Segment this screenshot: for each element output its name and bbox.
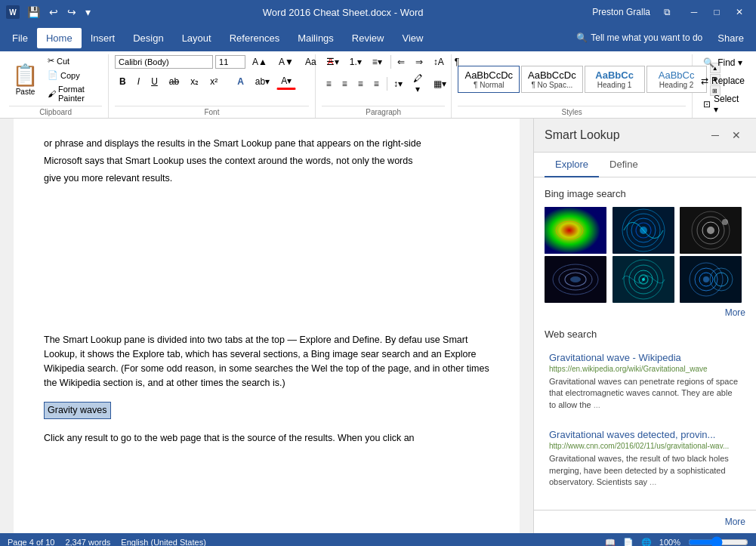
increase-indent-button[interactable]: ⇒ [411, 54, 427, 69]
select-button[interactable]: ⊡ Select ▾ [699, 91, 747, 118]
text-effects-button[interactable]: A [233, 74, 248, 89]
gravity-waves-highlight-container: Gravity waves [44, 402, 489, 419]
increase-font-button[interactable]: A▲ [248, 54, 272, 69]
cut-label: Cut [57, 57, 69, 66]
menu-mailings[interactable]: Mailings [289, 28, 343, 48]
copy-button[interactable]: 📄 Copy [45, 69, 102, 82]
result-2-more: ... [650, 477, 656, 486]
menu-file[interactable]: File [3, 28, 37, 48]
document-scroll[interactable]: or phrase and displays the results in th… [0, 119, 533, 533]
replace-label: Replace [711, 76, 745, 86]
numbering-button[interactable]: 1.▾ [345, 54, 366, 69]
maximize-button[interactable]: □ [706, 3, 727, 21]
search-bar: 🔍 Tell me what you want to do [576, 32, 702, 43]
superscript-button[interactable]: x² [205, 74, 222, 89]
decrease-indent-button[interactable]: ⇐ [393, 54, 409, 69]
share-button[interactable]: Share [708, 28, 753, 48]
paste-label: Paste [16, 88, 35, 96]
image-4[interactable] [545, 256, 606, 303]
footer-more-link[interactable]: More [725, 517, 745, 527]
zoom-level: 100% [659, 538, 680, 546]
zoom-slider[interactable] [688, 538, 748, 546]
clipboard-group: 📋 Paste ✂ Cut 📄 Copy 🖌 Format Painter [3, 54, 109, 118]
justify-button[interactable]: ≡ [369, 76, 384, 91]
image-6[interactable] [680, 256, 742, 303]
title-bar: W 💾 ↩ ↪ ▾ Word 2016 Cheat Sheet.docx - W… [0, 0, 756, 24]
bullets-button[interactable]: ☰▾ [322, 54, 344, 69]
panel-title: Smart Lookup [545, 128, 620, 142]
shading-button[interactable]: 🖍▾ [409, 71, 427, 97]
tab-define[interactable]: Define [599, 153, 649, 177]
image-3[interactable] [680, 207, 742, 254]
search-result-1[interactable]: Gravitational wave - Wikipedia https://e… [545, 347, 745, 415]
image-2[interactable] [613, 207, 674, 254]
smart-lookup-panel: Smart Lookup ─ ✕ Explore Define Bing ima… [533, 119, 756, 533]
search-result-2[interactable]: Gravitational waves detected, provin... … [545, 424, 745, 492]
tab-explore[interactable]: Explore [545, 153, 599, 177]
find-button[interactable]: 🔍 Find ▾ [699, 54, 747, 71]
read-mode-icon[interactable]: 📖 [605, 538, 616, 547]
title-bar-right: Preston Gralla ⧉ ─ □ ✕ [592, 3, 750, 21]
close-button[interactable]: ✕ [729, 3, 750, 21]
image-5[interactable] [613, 256, 674, 303]
underline-button[interactable]: U [147, 74, 162, 89]
gravity-waves-highlighted: Gravity waves [44, 402, 111, 419]
decrease-font-button[interactable]: A▼ [274, 54, 298, 69]
style-heading1[interactable]: AaBbCc Heading 1 [585, 66, 645, 93]
font-style-row: B I U ab x₂ x² A ab▾ A▾ [115, 73, 296, 90]
italic-button[interactable]: I [133, 74, 144, 89]
subscript-button[interactable]: x₂ [186, 74, 203, 89]
restore-down-button[interactable]: ⧉ [656, 3, 677, 21]
web-layout-icon[interactable]: 🌐 [641, 538, 652, 547]
result-1-more: ... [594, 400, 600, 409]
menu-review[interactable]: Review [343, 28, 393, 48]
paste-icon: 📋 [12, 63, 39, 88]
style-no-spacing[interactable]: AaBbCcDc ¶ No Spac... [521, 66, 583, 93]
align-center-button[interactable]: ≡ [338, 76, 352, 91]
sort-button[interactable]: ↕A [429, 54, 449, 69]
document-page: or phrase and displays the results in th… [14, 119, 520, 533]
print-layout-icon[interactable]: 📄 [623, 538, 634, 547]
menu-insert[interactable]: Insert [82, 28, 125, 48]
copy-icon: 📄 [48, 70, 58, 80]
highlight-color-button[interactable]: ab▾ [251, 74, 274, 89]
image-1[interactable] [545, 207, 606, 254]
line-spacing-button[interactable]: ↕▾ [389, 76, 407, 91]
status-left: Page 4 of 10 2,347 words English (United… [8, 538, 206, 546]
paste-button[interactable]: 📋 Paste [9, 60, 42, 99]
font-color-button[interactable]: A▾ [276, 73, 296, 90]
strikethrough-button[interactable]: ab [165, 74, 184, 89]
borders-button[interactable]: ▦▾ [429, 76, 451, 91]
panel-body[interactable]: Bing image search [534, 177, 756, 510]
minimize-button[interactable]: ─ [683, 3, 705, 21]
menu-view[interactable]: View [393, 28, 432, 48]
format-painter-button[interactable]: 🖌 Format Painter [45, 83, 102, 104]
menu-home[interactable]: Home [37, 28, 82, 48]
undo-button[interactable]: ↩ [46, 5, 61, 20]
result-2-url: http://www.cnn.com/2016/02/11/us/gravita… [549, 442, 741, 450]
quick-access-toolbar: 💾 ↩ ↪ ▾ [24, 5, 94, 20]
align-right-button[interactable]: ≡ [353, 76, 368, 91]
customize-quick-access-button[interactable]: ▾ [82, 5, 94, 20]
panel-close-button[interactable]: ✕ [727, 126, 745, 144]
font-size-input[interactable] [215, 55, 245, 69]
cut-button[interactable]: ✂ Cut [45, 54, 102, 67]
panel-minimize-button[interactable]: ─ [706, 126, 724, 144]
font-group: A▲ A▼ Aa A B I U ab x₂ x² A ab▾ A▾ [109, 54, 316, 118]
font-name-input[interactable] [115, 55, 213, 69]
format-painter-icon: 🖌 [48, 89, 56, 98]
image-more-link[interactable]: More [545, 307, 745, 318]
style-normal[interactable]: AaBbCcDc ¶ Normal [458, 66, 520, 93]
menu-references[interactable]: References [221, 28, 289, 48]
redo-button[interactable]: ↪ [64, 5, 79, 20]
result-1-title: Gravitational wave - Wikipedia [549, 352, 741, 363]
copy-label: Copy [60, 71, 80, 80]
multilevel-list-button[interactable]: ≡▾ [368, 54, 387, 69]
save-button[interactable]: 💾 [24, 5, 43, 20]
align-left-button[interactable]: ≡ [322, 76, 336, 91]
menu-design[interactable]: Design [124, 28, 172, 48]
menu-layout[interactable]: Layout [173, 28, 221, 48]
replace-button[interactable]: ⇄ Replace [696, 72, 749, 89]
svg-point-15 [570, 276, 581, 282]
bold-button[interactable]: B [115, 74, 131, 89]
